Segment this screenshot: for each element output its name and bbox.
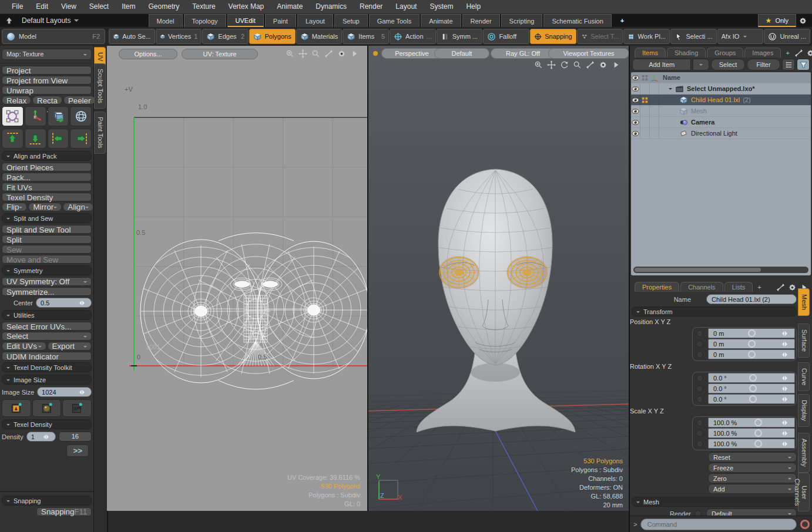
maximize-icon[interactable] (324, 49, 333, 58)
tab-curve[interactable]: Curve (798, 362, 810, 391)
channel-dot[interactable] (696, 396, 703, 403)
layout-tab-model[interactable]: Model (149, 14, 183, 27)
channel-dot[interactable] (696, 419, 703, 426)
tab-channels[interactable]: Channels (680, 282, 723, 292)
layout-tab-schematic-fusion[interactable]: Schematic Fusion (543, 14, 611, 27)
channel-dot[interactable] (696, 440, 703, 447)
menu-help[interactable]: Help (460, 0, 486, 14)
layout-tab-topology[interactable]: Topology (184, 14, 226, 27)
unwrap-button[interactable]: Unwrap (2, 86, 92, 95)
relax-button[interactable]: Relax (2, 96, 31, 105)
position-x-row[interactable]: 0 m (694, 328, 795, 338)
mode-button[interactable]: Model F2 (2, 29, 105, 44)
add-item-button[interactable]: Add Item (632, 59, 691, 70)
name-column-header[interactable]: Name (659, 74, 680, 81)
uv-symmetry-dropdown[interactable]: UV Symmetry: Off (2, 277, 92, 286)
item-name-field[interactable]: Child Head 01.lxl (2) (706, 294, 797, 304)
tab-groups[interactable]: Groups (707, 48, 743, 58)
projection-tool-button[interactable] (48, 106, 69, 126)
peeler-button[interactable]: Peeler (63, 96, 96, 105)
move-tool-button[interactable] (25, 106, 46, 126)
tab-lists[interactable]: Lists (724, 282, 753, 292)
channel-dot[interactable] (696, 375, 703, 382)
center-field[interactable]: 0.5 (36, 298, 92, 308)
auto-select-button[interactable]: Auto Se... (109, 29, 155, 44)
visibility-column-icon[interactable] (631, 73, 640, 82)
menu-item[interactable]: Item (116, 0, 141, 14)
scale-z-row[interactable]: 100.0 % (694, 439, 795, 449)
align-pack-header[interactable]: Align and Pack (2, 151, 92, 161)
eye-icon[interactable] (631, 85, 640, 93)
udim-indicator-button[interactable]: UDIM Indicator (2, 352, 92, 361)
add-dropdown[interactable]: Add (708, 484, 797, 494)
channel-dot[interactable] (696, 430, 703, 437)
channel-dot[interactable] (696, 330, 703, 337)
channel-dot[interactable] (696, 351, 703, 358)
add-layout-tab-button[interactable]: + (613, 14, 632, 27)
menu-system[interactable]: System (424, 0, 459, 14)
viewport-gear-icon[interactable] (599, 60, 608, 69)
tab-surface[interactable]: Surface (798, 324, 810, 358)
filter-button[interactable]: Filter (747, 59, 780, 70)
tree-row-child-head[interactable]: Child Head 01.lxl(2) (631, 95, 811, 106)
export-dropdown[interactable]: Export (48, 342, 92, 351)
split-button[interactable]: Split (2, 235, 92, 244)
tab-paint-tools[interactable]: Paint Tools (94, 112, 106, 154)
pack-button[interactable]: Pack... (2, 173, 92, 181)
reset-dropdown[interactable]: Reset (708, 452, 797, 462)
checker-a-button[interactable] (2, 399, 31, 417)
tree-row-mesh[interactable]: Mesh (631, 106, 811, 117)
vertex-map-selector[interactable]: Map: Texture (2, 49, 92, 60)
tree-row-camera[interactable]: Camera (631, 117, 811, 128)
edges-button[interactable]: Edges2 (202, 29, 249, 44)
flip-dropdown[interactable]: Flip (2, 203, 27, 211)
density-size-button[interactable]: 16 (59, 432, 92, 442)
uv-options-button[interactable]: Options... (119, 49, 177, 59)
mesh-header[interactable]: Mesh (632, 497, 797, 507)
texel-density-button[interactable]: Texel Density (2, 193, 92, 201)
align-down-button[interactable] (25, 129, 46, 149)
split-sew-header[interactable]: Split and Sew (2, 213, 92, 223)
uv-transform-tool-button[interactable] (2, 106, 24, 126)
menu-texture[interactable]: Texture (186, 0, 221, 14)
vertices-button[interactable]: Vertices1 (156, 29, 202, 44)
menu-render[interactable]: Render (354, 0, 388, 14)
zoom-region-icon[interactable] (534, 60, 543, 69)
position-y-row[interactable]: 0 m (694, 339, 795, 349)
orient-pieces-button[interactable]: Orient Pieces (2, 163, 92, 171)
scale-x-row[interactable]: 100.0 % (694, 417, 795, 427)
align-right-button[interactable] (70, 129, 92, 149)
zoom-icon[interactable] (573, 60, 582, 69)
move-sew-button[interactable]: Move and Sew (2, 255, 92, 264)
snapping-button[interactable]: Snapping (530, 29, 576, 44)
menu-animate[interactable]: Animate (271, 0, 308, 14)
menu-select[interactable]: Select (83, 0, 115, 14)
unreal-bridge-button[interactable]: Unreal ... (764, 29, 810, 44)
tab-shading[interactable]: Shading (667, 48, 706, 58)
expand-panel-icon[interactable] (776, 283, 785, 292)
tab-sculpt-tools[interactable]: Sculpt Tools (94, 63, 106, 109)
list-options-icon[interactable] (782, 59, 795, 70)
expander-icon[interactable] (669, 88, 672, 92)
layout-tab-scripting[interactable]: Scripting (501, 14, 543, 27)
menu-layout[interactable]: Layout (390, 0, 422, 14)
layout-tab-layout[interactable]: Layout (297, 14, 333, 27)
menu-vertex-map[interactable]: Vertex Map (223, 0, 270, 14)
eye-icon[interactable] (631, 96, 640, 105)
align-left-button[interactable] (48, 129, 69, 149)
checker-sphere-button[interactable] (32, 399, 62, 417)
snapping-header[interactable]: Snapping (2, 496, 92, 506)
zoom-region-icon[interactable] (286, 49, 294, 58)
zero-dropdown[interactable]: Zero (708, 473, 797, 483)
menu-view[interactable]: View (55, 0, 82, 14)
viewport-menu-icon[interactable] (612, 60, 620, 69)
rotation-y-row[interactable]: 0.0 ° (694, 383, 795, 393)
layout-tab-setup[interactable]: Setup (334, 14, 368, 27)
split-sew-tool-button[interactable]: Split and Sew Tool (2, 225, 92, 234)
sew-button[interactable]: Sew (2, 245, 92, 254)
density-field[interactable]: 1 (26, 432, 56, 442)
render-enabled-icon[interactable] (640, 96, 649, 105)
image-size-header[interactable]: Image Size (2, 375, 92, 385)
command-input[interactable] (640, 518, 797, 530)
rotation-x-row[interactable]: 0.0 ° (694, 373, 795, 383)
